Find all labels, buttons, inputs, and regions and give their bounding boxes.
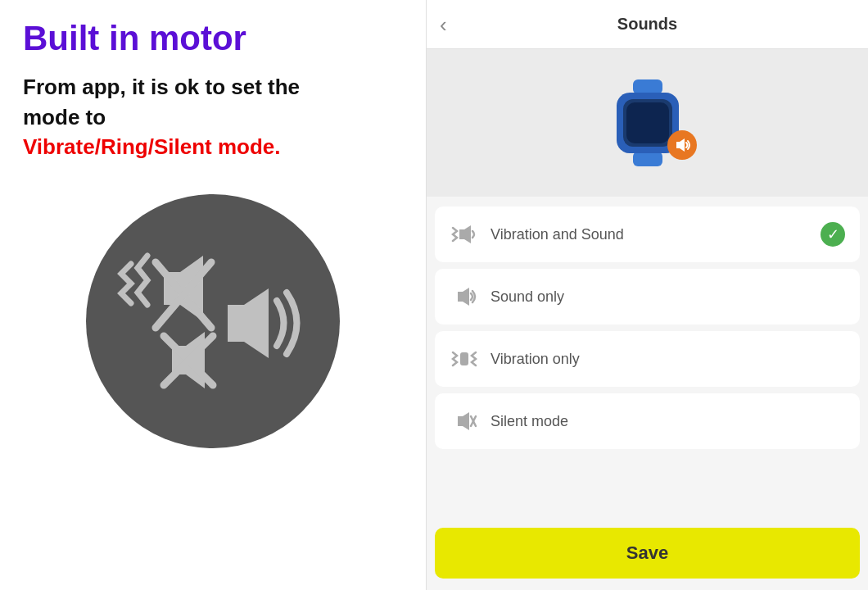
options-list: Vibration and Sound ✓ Sound only <box>427 197 868 521</box>
svg-marker-6 <box>228 288 269 358</box>
option-vibration-sound[interactable]: Vibration and Sound ✓ <box>435 206 860 262</box>
watch-icon-wrap <box>607 78 689 168</box>
vibration-only-icon <box>450 344 479 374</box>
vibration-sound-icon <box>450 220 479 249</box>
left-panel: Built in motor From app, it is ok to set… <box>0 0 426 590</box>
silent-mode-label: Silent mode <box>491 413 845 430</box>
option-vibration-only[interactable]: Vibration only <box>435 331 860 387</box>
sound-badge <box>667 130 697 160</box>
page-title: Built in motor <box>23 20 403 57</box>
option-sound-only[interactable]: Sound only <box>435 269 860 324</box>
selected-check: ✓ <box>821 222 845 247</box>
motor-illustration <box>106 215 319 428</box>
watch-preview <box>427 49 868 197</box>
sounds-header: ‹ Sounds <box>427 0 868 49</box>
motor-icon-circle <box>86 194 340 448</box>
svg-rect-11 <box>626 102 669 143</box>
vibration-sound-label: Vibration and Sound <box>491 226 821 243</box>
svg-rect-15 <box>460 352 468 365</box>
sound-badge-icon <box>673 136 691 154</box>
silent-mode-icon <box>450 406 479 436</box>
vibration-only-label: Vibration only <box>491 351 845 368</box>
description-text: From app, it is ok to set the mode to Vi… <box>23 72 403 161</box>
svg-marker-13 <box>459 225 471 243</box>
sound-only-icon <box>450 282 479 311</box>
svg-rect-8 <box>633 152 662 166</box>
right-panel: ‹ Sounds <box>426 0 868 590</box>
svg-marker-12 <box>676 138 685 152</box>
header-title: Sounds <box>617 15 677 34</box>
back-button[interactable]: ‹ <box>440 14 447 35</box>
description-line1: From app, it is ok to set the <box>23 75 300 99</box>
option-silent-mode[interactable]: Silent mode <box>435 393 860 449</box>
svg-rect-7 <box>633 79 662 94</box>
description-line2: mode to <box>23 105 106 129</box>
sound-only-label: Sound only <box>491 288 845 306</box>
svg-marker-16 <box>458 412 469 430</box>
svg-marker-14 <box>458 288 469 306</box>
highlight-text: Vibrate/Ring/Silent mode. <box>23 134 280 159</box>
save-button[interactable]: Save <box>435 528 860 579</box>
